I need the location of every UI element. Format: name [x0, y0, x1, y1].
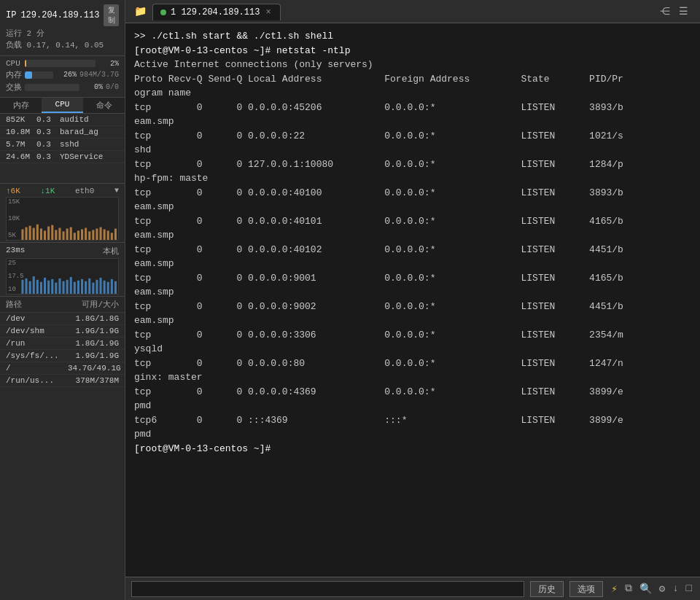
tab-cmd[interactable]: 命令 [83, 98, 125, 113]
svg-rect-49 [107, 282, 109, 294]
svg-rect-48 [104, 281, 106, 294]
term-line-20: eam.smp [134, 313, 691, 328]
terminal-input[interactable] [131, 581, 524, 597]
tab-mem[interactable]: 内存 [0, 98, 42, 113]
folder-icon[interactable]: 📁 [128, 2, 152, 20]
process-list: 852K 0.3 auditd 10.8M 0.3 barad_ag 5.7M … [0, 114, 125, 183]
tab-bar-icons: ⋲ ☰ [657, 4, 697, 19]
disk-size-shm: 1.9G/1.9G [68, 327, 119, 335]
proc-mem-0: 852K [6, 115, 34, 124]
swap-value: 0% [82, 83, 103, 91]
term-line-8: shd [134, 143, 691, 157]
disk-size-root: 34.7G/49.1G [68, 364, 119, 373]
svg-rect-34 [51, 279, 53, 294]
terminal-area: 📁 1 129.204.189.113 × ⋲ ☰ >> ./ctl.sh st… [125, 0, 700, 600]
uptime-row: 运行 2 分 [6, 28, 119, 39]
copy-button[interactable]: 复制 [104, 4, 119, 26]
svg-rect-4 [36, 225, 39, 240]
process-tabs: 内存 CPU 命令 [0, 98, 125, 114]
menu-icon[interactable]: ☰ [676, 4, 691, 19]
disk-row-shm: /dev/shm 1.9G/1.9G [0, 325, 125, 338]
net-up: ↑6K [6, 187, 20, 195]
svg-rect-18 [88, 231, 90, 240]
disk-size-sysfs: 1.9G/1.9G [68, 351, 119, 360]
svg-rect-30 [36, 280, 39, 294]
svg-rect-41 [77, 281, 79, 294]
svg-rect-28 [29, 281, 31, 294]
svg-rect-7 [47, 227, 50, 240]
svg-rect-24 [111, 233, 113, 240]
settings-terminal-icon[interactable]: ⚙ [657, 581, 667, 596]
load-label: 负载 0.17, 0.14, 0.05 [6, 41, 104, 50]
ping-header: 23ms 本机 [6, 246, 119, 257]
proc-mem-1: 10.8M [6, 128, 34, 136]
cpu-bar-wrap [25, 60, 96, 67]
disk-col-path: 路径 [6, 299, 65, 310]
term-line-1: [root@VM-0-13-centos ~]# netstat -ntlp [134, 44, 691, 58]
sidebar: IP 129.204.189.113 复制 运行 2 分 负载 0.17, 0.… [0, 0, 125, 600]
copy-terminal-icon[interactable]: ⧉ [623, 581, 634, 596]
disk-header: 路径 可用/大小 [0, 297, 125, 313]
proc-mem-2: 5.7M [6, 140, 34, 149]
download-terminal-icon[interactable]: ↓ [670, 581, 680, 596]
terminal-content[interactable]: >> ./ctl.sh start && ./ctl.sh shell [roo… [125, 23, 700, 577]
fullscreen-terminal-icon[interactable]: □ [684, 581, 694, 596]
net-chart-svg [7, 198, 118, 240]
cpu-value: 2% [98, 60, 119, 68]
tab-close-btn[interactable]: × [265, 7, 271, 17]
disk-path-sysfs: /sys/fs/... [6, 351, 68, 360]
svg-rect-21 [100, 227, 102, 240]
term-line-27: tcp6 0 0 :::4369 :::* LISTEN 3899/e [134, 413, 691, 428]
term-line-14: eam.smp [134, 228, 691, 243]
terminal-bottom-bar: 历史 选项 ⚡ ⧉ 🔍 ⚙ ↓ □ [125, 577, 700, 600]
svg-rect-27 [26, 278, 28, 294]
disk-size-dev: 1.8G/1.8G [68, 314, 119, 323]
svg-rect-20 [96, 229, 98, 240]
svg-rect-42 [81, 279, 83, 294]
term-line-7: tcp 0 0 0.0.0.0:22 0.0.0.0:* LISTEN 1021… [134, 129, 691, 144]
svg-rect-16 [81, 230, 83, 241]
svg-rect-17 [85, 228, 87, 240]
svg-rect-15 [77, 230, 79, 240]
tab-cpu[interactable]: CPU [42, 98, 83, 113]
net-chart: 15K 10K 5K [6, 197, 119, 241]
svg-rect-3 [33, 228, 35, 240]
svg-rect-29 [33, 276, 35, 294]
lightning-icon[interactable]: ⚡ [609, 581, 619, 596]
proc-name-2: sshd [60, 140, 119, 149]
proc-mem-3: 24.6M [6, 152, 34, 161]
proc-cpu-2: 0.3 [36, 140, 57, 149]
ping-label-10: 10 [8, 286, 24, 293]
svg-rect-47 [100, 278, 102, 294]
disk-size-runus: 378M/378M [68, 376, 119, 385]
net-dropdown[interactable]: ▼ [114, 187, 119, 195]
ip-row: IP 129.204.189.113 复制 [6, 4, 119, 26]
ping-label-25: 25 [8, 260, 24, 267]
disk-size-run: 1.8G/1.9G [68, 339, 119, 348]
svg-rect-23 [107, 230, 109, 240]
mem-metric-row: 内存 26% 984M/3.7G [6, 69, 119, 80]
search-terminal-icon[interactable]: 🔍 [637, 581, 654, 596]
cpu-label: CPU [6, 59, 22, 68]
grid-icon[interactable]: ⋲ [657, 4, 673, 19]
net-chart-labels: 15K 10K 5K [7, 198, 21, 240]
net-iface: eth0 [75, 187, 94, 195]
ping-chart: 25 17.5 10 [6, 258, 119, 295]
term-line-18: eam.smp [134, 285, 691, 300]
svg-rect-13 [70, 227, 72, 240]
svg-rect-12 [66, 229, 69, 240]
tab-label: 1 129.204.189.113 [171, 7, 260, 17]
ping-ms: 23ms [6, 246, 25, 257]
term-line-21: tcp 0 0 0.0.0.0:3306 0.0.0.0:* LISTEN 23… [134, 328, 691, 343]
ip-address: 129.204.189.113 [20, 10, 99, 20]
options-button[interactable]: 选项 [569, 581, 603, 597]
term-line-11: tcp 0 0 0.0.0.0:40100 0.0.0.0:* LISTEN 3… [134, 186, 691, 200]
svg-rect-22 [104, 230, 106, 241]
history-button[interactable]: 历史 [530, 581, 564, 597]
terminal-tab[interactable]: 1 129.204.189.113 × [152, 4, 281, 20]
svg-rect-32 [44, 278, 46, 294]
disk-path-run: /run [6, 339, 68, 348]
disk-row-sysfs: /sys/fs/... 1.9G/1.9G [0, 350, 125, 362]
term-line-0: >> ./ctl.sh start && ./ctl.sh shell [134, 29, 691, 44]
term-line-4: ogram name [134, 86, 691, 101]
